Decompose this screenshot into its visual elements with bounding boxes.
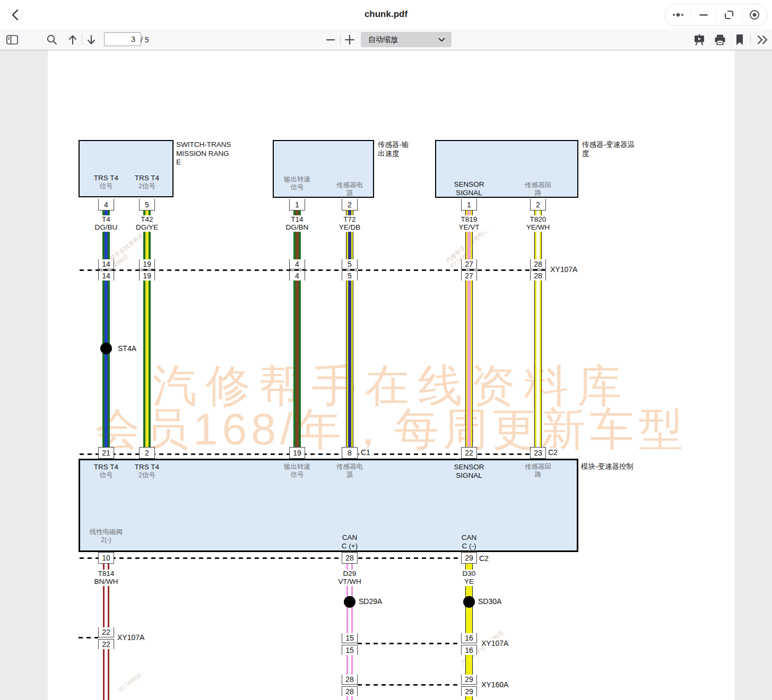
splice-label: ST4A [117, 344, 137, 353]
maximize-button[interactable] [717, 8, 742, 21]
pin-box: 22 [461, 447, 477, 459]
wire-t819 [465, 281, 473, 447]
zoom-out-button[interactable] [324, 33, 337, 47]
search-icon[interactable] [45, 33, 59, 47]
terminal-label: SENSORSIGNAL [445, 180, 493, 197]
bookmark-icon[interactable] [733, 33, 747, 47]
box-ext-label: 传感器-变速器温度 [582, 141, 635, 158]
terminal-label: CANC (+) [326, 533, 374, 550]
box-ext-label: 传感器-输出速度 [378, 141, 409, 158]
wire-label: T72YE/DB [331, 215, 368, 232]
pin-box: 28 [530, 259, 546, 269]
terminal-label: 传感器回路 [514, 181, 562, 197]
window-controls [665, 4, 768, 26]
wire-label: T42DG/YE [128, 215, 166, 232]
pin-box: 19 [139, 259, 155, 269]
more-tools-icon[interactable] [756, 33, 769, 47]
pin-box: 27 [461, 259, 477, 269]
connector-dash-line [358, 643, 461, 644]
wire-t820 [534, 281, 542, 447]
pin-box: 29 [461, 675, 477, 685]
terminal-label: SENSORSIGNAL [445, 463, 493, 480]
pin-box: 4 [98, 199, 114, 211]
sidebar-toggle-icon[interactable] [5, 33, 19, 47]
connector-label: XY160A [480, 680, 510, 689]
pin-box: 28 [342, 686, 358, 696]
chevron-down-icon [438, 38, 445, 42]
terminal-label: TRS T42信号 [123, 174, 171, 190]
terminal-label: CANC (-) [445, 533, 493, 550]
splice-dot-st4a [100, 343, 112, 354]
pin-box: 29 [461, 686, 477, 696]
pdf-toolbar: / 5 自动缩放 [0, 29, 772, 50]
pin-box: 2 [342, 199, 358, 211]
wire-label: D30YE [450, 570, 488, 586]
wire-d30 [465, 696, 473, 700]
wire-t14 [293, 281, 301, 447]
wire-t4 [102, 281, 110, 447]
pin-box: 15 [342, 645, 358, 655]
wire-label: T14DG/BN [279, 215, 316, 232]
divider [750, 34, 751, 45]
presentation-mode-icon[interactable] [692, 33, 706, 47]
pin-box: 14 [98, 270, 114, 281]
minimize-button[interactable] [691, 8, 716, 21]
pin-box: 22 [98, 627, 114, 637]
pin-box: 4 [289, 259, 305, 269]
zoom-mode-select[interactable]: 自动缩放 [361, 32, 452, 47]
record-button[interactable] [742, 8, 767, 21]
pin-box: 4 [289, 270, 305, 281]
pin-box: 23 [530, 447, 546, 459]
wire-t814 [102, 649, 110, 700]
wire-label: T819YE/VT [450, 215, 488, 232]
titlebar: chunk.pdf [0, 0, 772, 30]
terminal-label: 线性电磁阀2(-) [82, 528, 130, 544]
pin-box: 2 [530, 199, 546, 211]
terminal-label: TRS T42信号 [123, 463, 171, 479]
next-page-button[interactable] [84, 33, 98, 47]
pin-box: 1 [289, 199, 305, 211]
pin-box: 28 [342, 552, 358, 564]
more-options-button[interactable] [665, 8, 690, 21]
pin-box: 14 [98, 259, 114, 269]
wire-label: D29VT/WH [331, 570, 368, 586]
pin-box: 8 [342, 447, 358, 459]
terminal-label: 传感器电源 [326, 181, 374, 197]
splice-dot-sd29a [344, 596, 355, 608]
connector-label: C1 [359, 448, 372, 457]
pdf-page: 汽修帮手在线资料库 会员168/年，每周更新车型 汽修帮手在线资料库ID:749… [48, 50, 735, 700]
connector-dash-line [79, 637, 98, 638]
print-icon[interactable] [713, 33, 727, 47]
splice-label: SD30A [477, 597, 502, 606]
pin-box: 1 [461, 199, 477, 211]
page-number-input[interactable] [104, 32, 141, 46]
wire-d29 [346, 696, 353, 700]
pin-box: 28 [530, 270, 546, 281]
pin-box: 19 [139, 270, 155, 281]
divider [340, 34, 341, 45]
pin-box: 15 [342, 633, 358, 643]
divider [82, 34, 82, 45]
connector-label: C2 [478, 554, 490, 563]
previous-page-button[interactable] [66, 33, 80, 47]
wire-d30 [465, 655, 473, 675]
pin-box: 10 [98, 552, 114, 564]
pin-box: 21 [98, 447, 114, 459]
wire-label: T814BN/WH [88, 570, 125, 586]
connector-label: C2 [547, 448, 559, 457]
wire-t72 [346, 281, 353, 447]
pin-box: 5 [342, 259, 358, 269]
wire-label: T4DG/BU [88, 215, 125, 232]
splice-label: SD29A [358, 597, 383, 606]
pin-box: 27 [461, 270, 477, 281]
terminal-label: 输出转速信号 [273, 176, 321, 191]
box-ext-label: SWITCH-TRANSMISSION RANGE [176, 141, 231, 167]
zoom-mode-label: 自动缩放 [361, 35, 438, 45]
pin-box: 2 [139, 447, 155, 459]
pin-box: 28 [342, 675, 358, 685]
connector-label: XY107A [116, 633, 146, 642]
wire-t42 [143, 281, 151, 447]
zoom-in-button[interactable] [343, 33, 357, 47]
document-title: chunk.pdf [0, 9, 772, 20]
wire-d29 [346, 655, 353, 675]
